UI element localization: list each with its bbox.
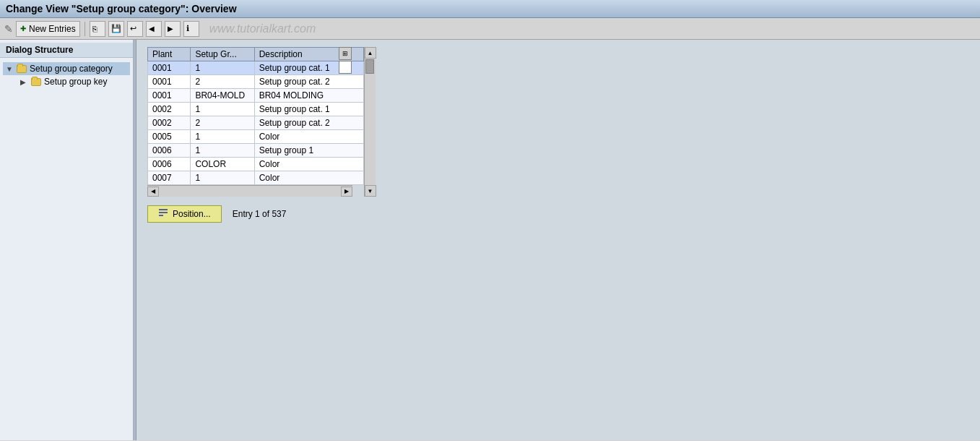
copy-icon: ⎘: [92, 25, 97, 33]
table-row[interactable]: 00051Color: [148, 130, 364, 144]
info-btn[interactable]: ℹ: [183, 21, 199, 37]
cell-plant: 0006: [148, 158, 191, 171]
cell-plant: 0001: [148, 61, 191, 75]
cell-setup-gr: 1: [191, 171, 254, 185]
nav-prev-btn[interactable]: ◀: [146, 21, 162, 37]
column-settings-button[interactable]: ⊞: [339, 47, 352, 60]
scroll-track-h: [159, 187, 341, 196]
nav-prev-icon: ◀: [149, 25, 155, 33]
save-icon: 💾: [111, 24, 121, 33]
table-row[interactable]: 00012Setup group cat. 2: [148, 75, 364, 89]
cell-setup-gr: 2: [191, 75, 254, 89]
tree-toggle-0: ▼: [6, 65, 14, 73]
column-settings-icon: ⊞: [342, 50, 348, 57]
cell-description: Setup group cat. 1: [254, 103, 363, 116]
cell-plant: 0001: [148, 89, 191, 103]
sidebar-item-setup-group-category[interactable]: ▼ Setup group category: [3, 62, 130, 75]
cell-description: Color: [254, 158, 363, 171]
sidebar-item-setup-group-key[interactable]: ▶ Setup group key: [3, 75, 130, 88]
cell-description: Color: [254, 130, 363, 144]
sidebar-label-1: Setup group key: [44, 77, 107, 87]
pencil-icon: ✎: [4, 23, 13, 35]
info-icon: ℹ: [186, 24, 189, 33]
scroll-down-btn[interactable]: ▼: [365, 185, 376, 197]
cell-plant: 0007: [148, 171, 191, 185]
nav-next-icon: ▶: [168, 25, 173, 33]
data-table: Plant Setup Gr... Description 00011Setup…: [147, 47, 364, 185]
cell-setup-gr: 1: [191, 61, 254, 75]
table-row[interactable]: 00022Setup group cat. 2: [148, 116, 364, 130]
table-wrapper: ⊞ Plant Setup Gr... Description 00011Set…: [147, 47, 376, 197]
cell-description: Color: [254, 171, 363, 185]
cell-plant: 0001: [148, 75, 191, 89]
position-label: Position...: [173, 209, 211, 219]
sidebar: Dialog Structure ▼ Setup group category …: [0, 40, 134, 440]
svg-rect-0: [159, 209, 168, 210]
scroll-up-btn[interactable]: ▲: [365, 47, 376, 59]
table-row[interactable]: 0006COLORColor: [148, 158, 364, 171]
sidebar-tree: ▼ Setup group category ▶ Setup group key: [0, 61, 133, 90]
nav-next-btn[interactable]: ▶: [165, 21, 181, 37]
cell-setup-gr: 2: [191, 116, 254, 130]
cell-description: BR04 MOLDING: [254, 89, 363, 103]
cell-plant: 0002: [148, 116, 191, 130]
cell-plant: 0006: [148, 144, 191, 158]
scroll-left-btn[interactable]: ◀: [147, 187, 159, 197]
table-row[interactable]: 00071Color: [148, 171, 364, 185]
undo-btn[interactable]: ↩: [127, 21, 143, 37]
content-panel: ⊞ Plant Setup Gr... Description 00011Set…: [136, 40, 980, 440]
cell-description: Setup group 1: [254, 144, 363, 158]
table-row[interactable]: 00011Setup group cat. 1: [148, 61, 364, 75]
entry-info: Entry 1 of 537: [233, 209, 287, 219]
new-entries-button[interactable]: ✚ New Entries: [16, 21, 80, 37]
sidebar-label-0: Setup group category: [30, 64, 113, 74]
cell-setup-gr: 1: [191, 130, 254, 144]
table-row[interactable]: 00061Setup group 1: [148, 144, 364, 158]
cell-description: Setup group cat. 2: [254, 75, 363, 89]
toolbar: ✎ ✚ New Entries ⎘ 💾 ↩ ◀ ▶ ℹ www.tutorial…: [0, 18, 980, 40]
scroll-thumb: [365, 59, 374, 74]
save-btn[interactable]: 💾: [108, 21, 124, 37]
table-row[interactable]: 00021Setup group cat. 1: [148, 103, 364, 116]
separator-1: [84, 22, 85, 36]
undo-icon: ↩: [130, 24, 136, 33]
main-area: Dialog Structure ▼ Setup group category …: [0, 40, 980, 440]
scroll-right-btn[interactable]: ▶: [341, 187, 352, 197]
cell-setup-gr: COLOR: [191, 158, 254, 171]
folder-icon-1: [30, 77, 42, 87]
table-row[interactable]: 0001BR04-MOLDBR04 MOLDING: [148, 89, 364, 103]
title-bar: Change View "Setup group category": Over…: [0, 0, 980, 18]
scrollbar-horizontal: ◀ ▶: [147, 185, 352, 197]
position-button[interactable]: Position...: [147, 205, 222, 223]
cell-plant: 0005: [148, 130, 191, 144]
tree-toggle-1: ▶: [20, 78, 29, 86]
title-text: Change View "Setup group category": Over…: [6, 3, 237, 14]
new-entries-icon: ✚: [20, 25, 26, 33]
scrollbar-vertical: ▲ ▼: [364, 47, 376, 197]
svg-rect-1: [159, 212, 168, 213]
svg-rect-2: [159, 215, 163, 216]
cell-description: Setup group cat. 2: [254, 116, 363, 130]
position-area: Position... Entry 1 of 537: [147, 205, 969, 223]
sidebar-title: Dialog Structure: [0, 43, 133, 58]
copy-btn[interactable]: ⎘: [90, 21, 105, 37]
col-plant: Plant: [148, 48, 191, 61]
cell-plant: 0002: [148, 103, 191, 116]
folder-icon-0: [16, 64, 27, 74]
cell-setup-gr: 1: [191, 103, 254, 116]
watermark: www.tutorialkart.com: [209, 22, 316, 35]
position-icon: [158, 208, 168, 220]
cell-setup-gr: BR04-MOLD: [191, 89, 254, 103]
cell-setup-gr: 1: [191, 144, 254, 158]
scroll-track-v: [365, 59, 376, 184]
select-all-checkbox[interactable]: [339, 61, 352, 74]
new-entries-label: New Entries: [29, 24, 76, 34]
col-setup-gr: Setup Gr...: [191, 48, 254, 61]
table-header-row: Plant Setup Gr... Description: [148, 48, 364, 61]
